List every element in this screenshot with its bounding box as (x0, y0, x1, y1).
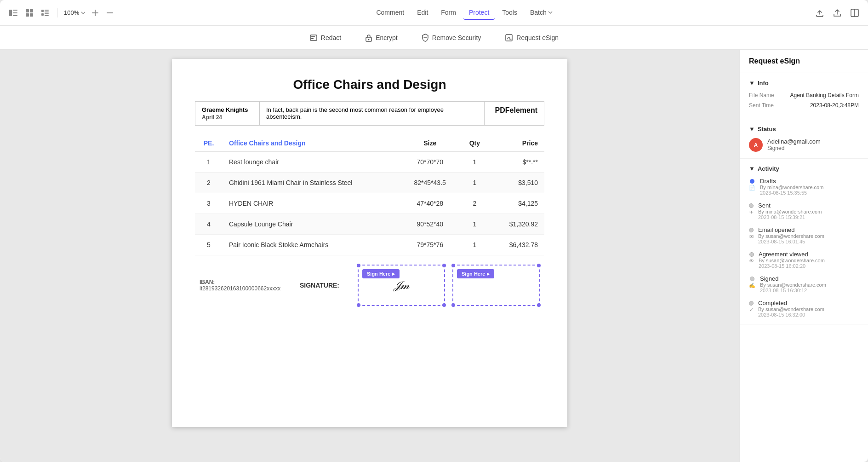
activity-title: Email opened (758, 226, 824, 233)
activity-content: Email opened By susan@wondershare.com 20… (758, 226, 824, 244)
activity-by: By susan@wondershare.com (759, 258, 825, 263)
encrypt-btn[interactable]: Encrypt (360, 31, 402, 45)
iban-label: IBAN: (200, 279, 215, 285)
pdf-page: Office Chairs and Design Graeme Knights … (172, 59, 567, 427)
author-cell: Graeme Knights April 24 (195, 102, 260, 126)
cell-qty: 1 (459, 235, 490, 255)
nav-edit[interactable]: Edit (411, 6, 434, 20)
cell-num: 5 (195, 235, 223, 255)
info-arrow: ▼ (749, 80, 755, 87)
info-section-header[interactable]: ▼ Info (749, 80, 859, 87)
toolbar-left: 100% (7, 7, 115, 18)
svg-rect-12 (45, 13, 49, 14)
activity-item: 👁 Agreement viewed By susan@wondershare.… (749, 251, 859, 269)
nav-protect[interactable]: Protect (463, 6, 495, 20)
cell-size: 90*52*40 (401, 214, 459, 235)
svg-rect-25 (506, 35, 512, 41)
nav-form[interactable]: Form (435, 6, 462, 20)
nav-batch[interactable]: Batch (525, 6, 558, 20)
corner-dot (537, 303, 541, 307)
activity-list: 📄 Drafts By mina@wondershare.com 2023-08… (749, 178, 859, 318)
sign-box-2[interactable]: Sign Here (452, 265, 540, 306)
sign-here-btn-1[interactable]: Sign Here (362, 269, 400, 278)
check-icon: ✓ (749, 307, 754, 313)
upload-btn[interactable] (814, 7, 826, 19)
pdf-area[interactable]: Office Chairs and Design Graeme Knights … (0, 50, 739, 462)
activity-by: By mina@wondershare.com (758, 209, 822, 214)
activity-item: ✈ Sent By mina@wondershare.com 2023-08-1… (749, 202, 859, 220)
cell-size: 82*45*43.5 (401, 173, 459, 193)
svg-rect-8 (41, 10, 44, 12)
panel-title: Request eSign (749, 57, 859, 65)
zoom-in-btn[interactable] (90, 8, 100, 18)
grid-view-btn[interactable] (24, 7, 35, 18)
sidebar-toggle-btn[interactable] (7, 8, 19, 18)
activity-item: ✍ Signed By susan@wondershare.com 2023-0… (749, 275, 859, 293)
right-panel: Request eSign ▼ Info File Name Agent Ban… (739, 50, 868, 462)
activity-time: 2023-08-15 16:02:20 (759, 263, 825, 269)
iban-text: IBAN: lt281932620163100000662xxxxx (200, 279, 281, 292)
secondary-toolbar: Redact Encrypt Remove Security (0, 26, 868, 50)
sign-here-btn-2[interactable]: Sign Here (457, 269, 494, 278)
nav-comment[interactable]: Comment (371, 6, 410, 20)
col-header-qty: Qty (459, 135, 490, 152)
app-container: 100% Comment Edit Form Protect (0, 0, 868, 462)
svg-point-23 (368, 39, 370, 40)
sign-box-1[interactable]: Sign Here 𝒥𝓂 (358, 265, 445, 306)
nav-tools[interactable]: Tools (497, 6, 523, 20)
author-name: Graeme Knights (202, 106, 253, 113)
activity-content: Drafts By mina@wondershare.com 2023-08-1… (760, 178, 823, 196)
svg-rect-6 (26, 13, 29, 17)
cell-qty: 2 (459, 193, 490, 214)
sign-boxes: Sign Here 𝒥𝓂 Sign Here (358, 265, 540, 306)
activity-item: 📄 Drafts By mina@wondershare.com 2023-08… (749, 178, 859, 196)
activity-dot (749, 228, 754, 232)
activity-section-header[interactable]: ▼ Activity (749, 165, 859, 172)
svg-rect-2 (13, 12, 17, 13)
request-esign-btn[interactable]: Request eSign (500, 31, 563, 45)
doc-title: Office Chairs and Design (195, 77, 544, 92)
eye-icon: 👁 (749, 258, 754, 264)
split-view-btn[interactable] (849, 7, 861, 19)
main-layout: Office Chairs and Design Graeme Knights … (0, 50, 868, 462)
table-row: 2 Ghidini 1961 Miami Chair in Stainless … (195, 173, 544, 193)
table-row: 4 Capsule Lounge Chair 90*52*40 1 $1,320… (195, 214, 544, 235)
col-header-num: PE. (195, 135, 223, 152)
activity-title: Completed (758, 300, 824, 306)
status-section: ▼ Status A Adelina@gmail.com Signed (740, 119, 868, 159)
lock-icon (365, 34, 372, 42)
esign-icon (505, 34, 513, 42)
share-btn[interactable] (831, 7, 843, 19)
zoom-out-btn[interactable] (105, 11, 115, 15)
activity-by: By susan@wondershare.com (760, 282, 826, 288)
activity-title: Signed (760, 275, 826, 282)
activity-title: Drafts (760, 178, 823, 185)
signature-row: IBAN: lt281932620163100000662xxxxx SIGNA… (195, 265, 544, 306)
svg-rect-10 (45, 12, 49, 12)
corner-dot (451, 264, 455, 267)
status-section-header[interactable]: ▼ Status (749, 126, 859, 133)
sent-time-row: Sent Time 2023-08-20,3:48PM (749, 102, 859, 109)
remove-security-btn[interactable]: Remove Security (417, 31, 486, 45)
svg-rect-0 (9, 10, 12, 16)
status-info: Adelina@gmail.com Signed (767, 138, 821, 151)
info-section: ▼ Info File Name Agent Banking Details F… (740, 73, 868, 119)
cell-qty: 1 (459, 173, 490, 193)
signature-label: SIGNATURE: (300, 282, 339, 289)
svg-rect-1 (13, 10, 17, 11)
activity-section: ▼ Activity 📄 Drafts By mina@wondershare.… (740, 159, 868, 324)
cell-num: 4 (195, 214, 223, 235)
status-arrow: ▼ (749, 126, 755, 133)
table-row: 1 Rest lounge chair 70*70*70 1 $**.** (195, 152, 544, 173)
sent-time-value: 2023-08-20,3:48PM (810, 102, 859, 109)
doc-header-table: Graeme Knights April 24 In fact, back pa… (195, 101, 544, 126)
activity-dot (750, 179, 754, 184)
list-view-btn[interactable] (40, 7, 51, 18)
cell-name: HYDEN CHAIR (223, 193, 401, 214)
redact-btn[interactable]: Redact (305, 31, 346, 45)
cell-size: 70*70*70 (401, 152, 459, 173)
activity-time: 2023-08-15 15:35:55 (760, 190, 823, 196)
avatar: A (749, 138, 763, 152)
zoom-control: 100% (64, 9, 86, 16)
activity-title: Agreement viewed (759, 251, 825, 258)
